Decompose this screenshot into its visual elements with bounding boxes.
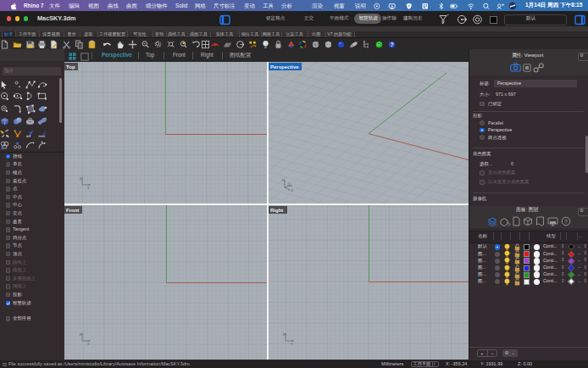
- svg-text:z: z: [80, 332, 82, 337]
- svg-text:x: x: [291, 187, 294, 192]
- svg-text:y: y: [288, 181, 291, 186]
- svg-text:z: z: [283, 332, 286, 337]
- svg-text:z: z: [282, 177, 285, 182]
- svg-text:y: y: [80, 176, 82, 181]
- svg-text:?: ?: [390, 41, 393, 47]
- svg-text:?: ?: [564, 219, 568, 225]
